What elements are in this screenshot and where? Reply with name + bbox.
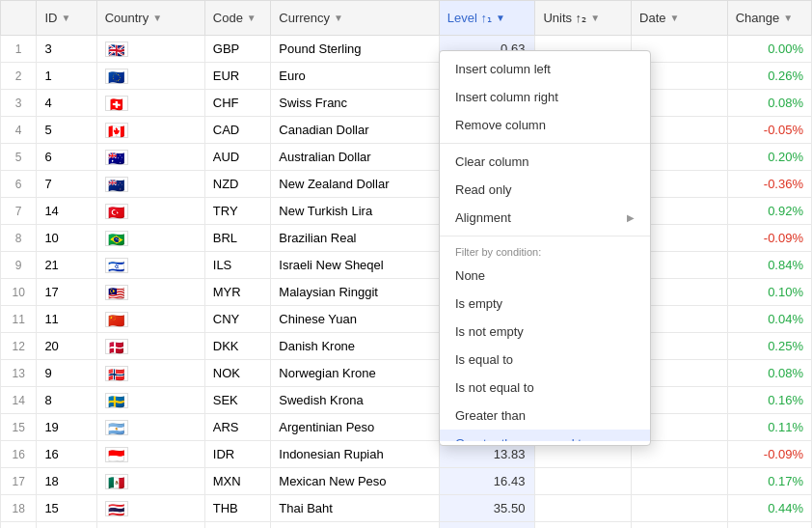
th-date-label: Date <box>639 11 665 25</box>
cell-currency: Argentinian Peso <box>271 414 439 441</box>
cell-currency: Australian Dollar <box>271 144 439 171</box>
th-country[interactable]: Country ▼ <box>96 1 204 36</box>
flag-icon: 🇮🇱 <box>105 258 128 273</box>
menu-insert-right[interactable]: Insert column right <box>440 83 650 111</box>
cell-code: ILS <box>204 252 271 279</box>
cell-code: SEK <box>204 387 271 414</box>
th-code-label: Code <box>213 11 243 25</box>
cell-id: 11 <box>37 306 96 333</box>
cell-id: 7 <box>37 171 96 198</box>
cell-level: 35.50 <box>439 495 535 522</box>
cell-code: BRL <box>204 225 271 252</box>
cell-rownum: 15 <box>1 414 37 441</box>
context-menu-scroll: Insert column left Insert column right R… <box>440 55 650 441</box>
cell-code: ARS <box>204 414 271 441</box>
th-currency-filter-icon[interactable]: ▼ <box>334 13 343 23</box>
cell-change: 0.00% <box>727 36 811 63</box>
cell-rownum: 8 <box>1 225 37 252</box>
cell-currency: Thai Baht <box>271 495 439 522</box>
cell-change: 0.84% <box>727 252 811 279</box>
change-value: 0.11% <box>768 420 803 434</box>
th-currency[interactable]: Currency ▼ <box>271 1 439 36</box>
cell-id: 19 <box>37 414 96 441</box>
th-id[interactable]: ID ▼ <box>37 1 96 36</box>
change-value: -0.05% <box>764 123 803 137</box>
table-row: 3 4 🇨🇭 CHF Swiss Franc 0.97 0.08% <box>1 90 812 117</box>
th-code[interactable]: Code ▼ <box>204 1 271 36</box>
th-id-label: ID <box>44 11 57 25</box>
cell-code: NOK <box>204 360 271 387</box>
menu-alignment[interactable]: Alignment ▶ <box>440 204 650 232</box>
table-row: 2 1 🇪🇺 EUR Euro 0.90 0.26% <box>1 63 812 90</box>
change-value: -0.36% <box>764 177 803 191</box>
flag-icon: 🇹🇭 <box>105 501 128 516</box>
table-row: 5 6 🇦🇺 AUD Australian Dollar 1.35 0.20% <box>1 144 812 171</box>
context-menu: Insert column left Insert column right R… <box>439 50 651 446</box>
cell-id: 15 <box>37 495 96 522</box>
menu-filter-is-not-equal-to[interactable]: Is not equal to <box>440 374 650 402</box>
cell-date <box>632 468 728 495</box>
cell-change: 0.92% <box>727 198 811 225</box>
cell-change: 0.20% <box>727 144 811 171</box>
menu-filter-is-equal-to[interactable]: Is equal to <box>440 346 650 374</box>
table-row: 4 5 🇨🇦 CAD Canadian Dollar 1.30 -0.05% <box>1 117 812 144</box>
cell-change: 0.11% <box>727 414 811 441</box>
flag-icon: 🇪🇺 <box>105 69 128 84</box>
cell-code: AUD <box>204 144 271 171</box>
flag-icon: 🇳🇴 <box>105 366 128 381</box>
menu-filter-greater-than[interactable]: Greater than <box>440 402 650 430</box>
cell-change: 0.04% <box>727 306 811 333</box>
cell-level: 16.43 <box>439 468 535 495</box>
cell-id: 10 <box>37 225 96 252</box>
th-change[interactable]: Change ▼ <box>727 1 811 36</box>
cell-country: 🇳🇴 <box>96 360 204 387</box>
cell-id: 14 <box>37 198 96 225</box>
cell-country: 🇨🇭 <box>96 90 204 117</box>
cell-country: 🇨🇦 <box>96 117 204 144</box>
table-row: 8 10 🇧🇷 BRL Brazilian Real 3.48 -0.09% <box>1 225 812 252</box>
th-level[interactable]: Level ↑₁ ▼ <box>439 1 535 36</box>
cell-code: IDR <box>204 441 271 468</box>
cell-change: -0.09% <box>727 441 811 468</box>
change-value: 0.17% <box>768 474 803 488</box>
cell-code: CAD <box>204 117 271 144</box>
th-code-filter-icon[interactable]: ▼ <box>247 13 257 23</box>
cell-change: 0.16% <box>727 387 811 414</box>
cell-currency: Chinese Yuan <box>271 306 439 333</box>
menu-read-only[interactable]: Read only <box>440 176 650 204</box>
flag-icon: 🇳🇿 <box>105 177 128 192</box>
cell-change: -0.09% <box>727 225 811 252</box>
menu-filter-is-empty[interactable]: Is empty <box>440 290 650 318</box>
cell-level: 46.31 <box>439 522 535 529</box>
table-row: 13 9 🇳🇴 NOK Norwegian Krone 8.24 0.08% <box>1 360 812 387</box>
data-table: ID ▼ Country ▼ Code ▼ <box>0 0 812 528</box>
menu-clear-column[interactable]: Clear column <box>440 148 650 176</box>
cell-country: 🇧🇷 <box>96 225 204 252</box>
th-level-label: Level ↑₁ <box>447 11 492 25</box>
filter-by-condition-label: Filter by condition: <box>440 240 650 262</box>
cell-code: GBP <box>204 36 271 63</box>
cell-date <box>632 495 728 522</box>
menu-remove-column[interactable]: Remove column <box>440 111 650 139</box>
th-id-filter-icon[interactable]: ▼ <box>61 13 70 23</box>
th-date-filter-icon[interactable]: ▼ <box>670 13 680 23</box>
cell-currency: Canadian Dollar <box>271 117 439 144</box>
cell-country: 🇹🇭 <box>96 495 204 522</box>
th-level-filter-icon[interactable]: ▼ <box>496 13 505 23</box>
th-change-filter-icon[interactable]: ▼ <box>783 13 793 23</box>
th-country-filter-icon[interactable]: ▼ <box>152 13 162 23</box>
menu-filter-is-not-empty[interactable]: Is not empty <box>440 318 650 346</box>
cell-date <box>632 522 728 529</box>
th-date[interactable]: Date ▼ <box>632 1 728 36</box>
cell-id: 21 <box>37 252 96 279</box>
cell-country: 🇬🇧 <box>96 36 204 63</box>
menu-insert-left[interactable]: Insert column left <box>440 55 650 83</box>
th-currency-label: Currency <box>279 11 330 25</box>
flag-icon: 🇲🇾 <box>105 285 128 300</box>
th-units[interactable]: Units ↑₂ ▼ <box>535 1 632 36</box>
th-units-filter-icon[interactable]: ▼ <box>590 13 600 23</box>
menu-filter-greater-than-or-equal[interactable]: Greater than or equal to <box>440 430 650 441</box>
flag-icon: 🇨🇭 <box>105 96 128 111</box>
menu-filter-none[interactable]: None <box>440 262 650 290</box>
flag-icon: 🇧🇷 <box>105 231 128 246</box>
